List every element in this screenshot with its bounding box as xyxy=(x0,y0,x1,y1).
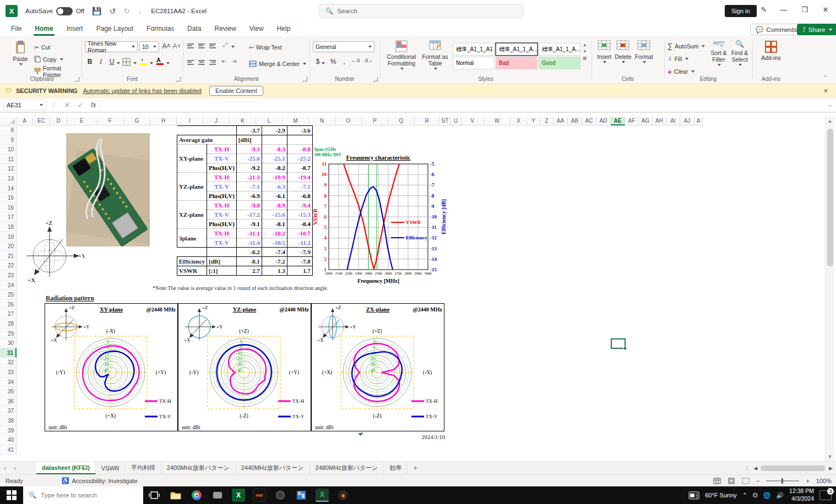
column-header-A-0[interactable]: A xyxy=(17,117,33,125)
quick-access-caret-icon[interactable]: ⌄ xyxy=(138,8,142,14)
row-header-34[interactable]: 34 xyxy=(0,377,17,387)
delete-cells-button[interactable]: Delete xyxy=(615,40,631,63)
gain-row-label[interactable]: TX-H xyxy=(207,201,237,210)
save-icon[interactable]: 💾 xyxy=(92,7,101,15)
file-explorer-icon[interactable] xyxy=(169,489,182,502)
gain-value[interactable]: -8.9 xyxy=(262,201,287,210)
font-color-button[interactable]: A xyxy=(156,57,164,65)
gain-value[interactable]: -9.2 xyxy=(236,163,262,173)
gain-value[interactable]: -9.1 xyxy=(236,220,262,229)
column-header-H-6[interactable]: H xyxy=(150,117,177,125)
gain-value[interactable]: -9.8 xyxy=(236,201,262,210)
clipboard-dialog-launcher[interactable] xyxy=(74,76,79,81)
column-header-D-2[interactable]: D xyxy=(50,117,67,125)
column-header-I-7[interactable]: I xyxy=(177,117,203,125)
select-all-corner[interactable] xyxy=(0,117,17,125)
ink-pen-icon[interactable]: ✎ xyxy=(759,6,769,14)
align-bottom-icon[interactable] xyxy=(209,42,216,49)
app-icon-orange-dark[interactable] xyxy=(336,489,350,502)
align-middle-icon[interactable] xyxy=(198,42,205,49)
bold-button[interactable]: B xyxy=(85,58,95,65)
column-header-AH-31[interactable]: AH xyxy=(653,117,666,125)
task-view-icon[interactable] xyxy=(149,490,160,501)
tray-expand-icon[interactable]: ⌃ xyxy=(742,492,747,499)
radiation-chart-xy-plane[interactable]: XY-plane@2440 MHz5-5-15-25-35-45(-X)(+X)… xyxy=(45,303,178,431)
notification-center-icon[interactable]: 3 xyxy=(819,490,832,500)
row-header-9[interactable]: 9 xyxy=(0,135,17,145)
page-layout-view-icon[interactable] xyxy=(728,478,735,484)
vswr-value[interactable]: 1.7 xyxy=(287,266,312,276)
gain-value[interactable]: -8.2 xyxy=(262,163,287,173)
gain-row-label[interactable]: Plus(H,V) xyxy=(207,163,237,173)
sheet-tab-----[interactable]: 平均利得 xyxy=(126,462,161,474)
gain-value[interactable]: -8.1 xyxy=(262,220,287,229)
row-header-36[interactable]: 36 xyxy=(0,397,17,407)
volume-tray-icon[interactable]: 🔊 xyxy=(776,492,784,499)
gain-value[interactable]: -19.4 xyxy=(287,173,312,182)
gain-value[interactable]: -8.8 xyxy=(287,145,312,154)
increase-indent-icon[interactable]: ⇥ xyxy=(231,58,236,65)
insert-cells-button[interactable]: Insert xyxy=(597,40,611,63)
row-header-33[interactable]: 33 xyxy=(0,368,17,377)
row-header-28[interactable]: 28 xyxy=(0,319,17,329)
comments-button[interactable]: 💬 Comments xyxy=(750,24,802,35)
column-header-M-11[interactable]: M xyxy=(283,117,309,125)
menu-tab-data[interactable]: Data xyxy=(181,23,208,36)
gain-value[interactable]: -19.9 xyxy=(262,173,287,182)
fx-icon[interactable]: fx xyxy=(91,101,96,109)
selected-cell-AE31[interactable] xyxy=(611,338,626,349)
column-header-W-20[interactable]: W xyxy=(484,117,511,125)
gain-value[interactable]: -9.3 xyxy=(236,145,262,154)
fill-handle[interactable] xyxy=(623,347,627,350)
gain-row-label[interactable]: TX-V xyxy=(207,238,237,248)
row-header-11[interactable]: 11 xyxy=(0,155,17,165)
gain-value[interactable]: -11.1 xyxy=(236,229,262,238)
row-header-32[interactable]: 32 xyxy=(0,358,17,368)
share-button[interactable]: ⤴ Share xyxy=(797,24,836,35)
column-header-AJ-33[interactable]: AJ xyxy=(680,117,694,125)
excel-active-icon[interactable]: X xyxy=(316,489,329,502)
security-warning-link[interactable]: Automatic update of links has been disab… xyxy=(83,87,202,94)
gain-summary-value[interactable]: -8.2 xyxy=(236,248,262,257)
sheet-tab-datasheet--KFEI-[interactable]: datasheet (KFEI) xyxy=(36,462,96,474)
copy-button[interactable]: Copy xyxy=(34,53,63,65)
find-select-button[interactable]: 🔍 Find & Select xyxy=(729,40,750,66)
column-header-U-18[interactable]: U xyxy=(451,117,461,125)
decrease-indent-icon[interactable]: ⇤ xyxy=(221,58,226,65)
chrome-icon[interactable] xyxy=(190,489,203,502)
row-header-24[interactable]: 24 xyxy=(0,281,17,291)
format-as-table-button[interactable]: Format as Table xyxy=(421,40,449,70)
axis-orientation-diagram[interactable]: +Z +Y +X xyxy=(21,217,84,289)
gain-summary-value[interactable]: -7.9 xyxy=(287,248,312,257)
restore-button[interactable]: ❐ xyxy=(800,6,810,14)
search-input[interactable]: 🔍 Search xyxy=(319,4,523,18)
efficiency-unit[interactable]: [dB] xyxy=(207,257,237,266)
clear-button[interactable]: ◈Clear xyxy=(667,65,694,77)
column-header-Y-22[interactable]: Y xyxy=(527,117,540,125)
scroll-down-icon[interactable]: ▼ xyxy=(826,454,834,459)
align-top-icon[interactable] xyxy=(187,42,194,49)
fill-color-button[interactable]: ◔ xyxy=(140,57,147,65)
more-icon[interactable]: ⋮ xyxy=(50,101,57,109)
paste-button[interactable]: Paste xyxy=(10,40,31,65)
column-header-AA-24[interactable]: AA xyxy=(553,117,568,125)
sheet-tab---[interactable]: 効率 xyxy=(384,462,408,474)
wrap-text-button[interactable]: ↩Wrap Text xyxy=(249,41,282,53)
menu-tab-home[interactable]: Home xyxy=(28,23,59,36)
gain-value[interactable]: -25.2 xyxy=(287,154,312,163)
name-box[interactable]: AE31 xyxy=(3,99,46,111)
zoom-in-icon[interactable]: + xyxy=(806,478,809,484)
merge-center-button[interactable]: Merge & Center xyxy=(249,58,306,69)
orientation-icon[interactable]: ⤢ xyxy=(222,41,227,48)
gain-value[interactable]: -15.6 xyxy=(262,210,287,220)
grow-font-button[interactable]: A˄ xyxy=(161,42,171,50)
horizontal-scrollbar[interactable]: ⋮ ◀ ▶ xyxy=(744,462,833,475)
addins-button[interactable]: Add-ins xyxy=(759,40,783,61)
close-button[interactable]: ✕ xyxy=(821,6,830,14)
column-header-J-8[interactable]: J xyxy=(203,117,230,125)
row-header-13[interactable]: 13 xyxy=(0,174,17,184)
row-header-30[interactable]: 30 xyxy=(0,338,17,348)
column-header-ST-17[interactable]: ST xyxy=(439,117,451,125)
gain-value[interactable]: -21.3 xyxy=(236,173,262,182)
row-header-23[interactable]: 23 xyxy=(0,271,17,281)
